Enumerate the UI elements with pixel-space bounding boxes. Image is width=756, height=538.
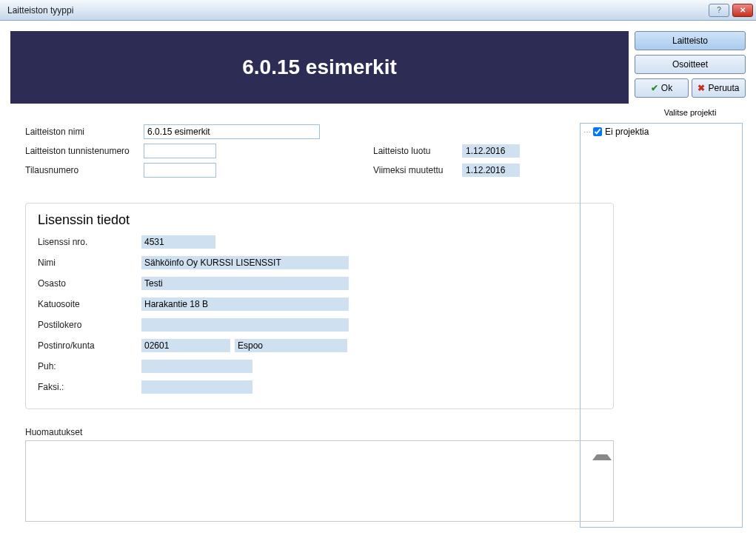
- cancel-icon: ✖: [698, 83, 705, 93]
- window-body: 6.0.15 esimerkit Laitteiston nimi Laitte…: [0, 21, 756, 538]
- license-katu-label: Katuosoite: [38, 299, 141, 309]
- license-faksi-label: Faksi.:: [38, 382, 141, 392]
- ok-button[interactable]: ✔ Ok: [635, 78, 689, 98]
- license-postilokero-label: Postilokero: [38, 320, 141, 330]
- license-postilokero-value: [141, 318, 349, 332]
- license-nimi-value: Sähköinfo Oy KURSSI LISENSSIT: [141, 256, 349, 269]
- tree-dots-icon: ⋯: [583, 128, 590, 136]
- license-nro-value: 4531: [141, 235, 215, 249]
- tilaus-input[interactable]: [144, 163, 216, 178]
- cancel-label: Peruuta: [708, 83, 739, 93]
- luotu-label: Laitteisto luotu: [373, 146, 462, 156]
- close-button[interactable]: ✕: [732, 4, 753, 17]
- window-title: Laitteiston tyyppi: [3, 5, 709, 16]
- title-bar: Laitteiston tyyppi ? ✕: [0, 0, 756, 21]
- tree-item-none[interactable]: ⋯ Ei projektia: [583, 127, 739, 137]
- main-panel: 6.0.15 esimerkit Laitteiston nimi Laitte…: [10, 31, 629, 528]
- license-kunta-value: Espoo: [235, 339, 347, 352]
- license-title: Lisenssin tiedot: [38, 212, 601, 228]
- notes-textarea[interactable]: [25, 440, 614, 522]
- tilaus-label: Tilausnumero: [25, 165, 144, 175]
- nimi-label: Laitteiston nimi: [25, 127, 144, 137]
- laitteisto-button[interactable]: Laitteisto: [635, 31, 746, 50]
- muutettu-value: 1.12.2016: [462, 164, 520, 177]
- license-nimi-label: Nimi: [38, 258, 141, 268]
- license-osasto-label: Osasto: [38, 278, 141, 289]
- check-icon: ✔: [651, 83, 658, 93]
- luotu-value: 1.12.2016: [462, 144, 520, 158]
- license-puh-label: Puh:: [38, 361, 141, 371]
- license-puh-value: [141, 360, 252, 373]
- license-postinro-label: Postinro/kunta: [38, 340, 141, 351]
- equipment-form: Laitteiston nimi Laitteiston tunnistenum…: [25, 124, 629, 178]
- project-label: Valitse projekti: [635, 108, 746, 117]
- banner-heading: 6.0.15 esimerkit: [242, 56, 397, 79]
- close-icon: ✕: [740, 6, 746, 14]
- side-panel: Laitteisto Osoitteet ✔ Ok ✖ Peruuta Vali…: [635, 31, 746, 528]
- tunniste-label: Laitteiston tunnistenumero: [25, 146, 144, 156]
- tunniste-input[interactable]: [144, 144, 216, 158]
- license-katu-value: Harakantie 18 B: [141, 297, 349, 311]
- license-osasto-value: Testi: [141, 277, 349, 290]
- nimi-input[interactable]: [144, 124, 320, 139]
- project-none-checkbox[interactable]: [593, 127, 602, 136]
- project-none-label: Ei projektia: [605, 127, 649, 137]
- ok-label: Ok: [661, 83, 672, 93]
- window-controls: ? ✕: [709, 4, 753, 17]
- notes-label: Huomautukset: [25, 427, 629, 437]
- osoitteet-button[interactable]: Osoitteet: [635, 55, 746, 74]
- license-postinro-value: 02601: [141, 339, 230, 352]
- license-group: Lisenssin tiedot Lisenssi nro. 4531 Nimi…: [25, 203, 614, 409]
- license-nro-label: Lisenssi nro.: [38, 237, 141, 247]
- header-banner: 6.0.15 esimerkit: [10, 31, 629, 104]
- help-button[interactable]: ?: [709, 4, 729, 17]
- muutettu-label: Viimeksi muutettu: [373, 165, 462, 175]
- license-postinro-row: 02601 Espoo: [141, 339, 601, 352]
- cancel-button[interactable]: ✖ Peruuta: [692, 78, 746, 98]
- license-faksi-value: [141, 380, 252, 394]
